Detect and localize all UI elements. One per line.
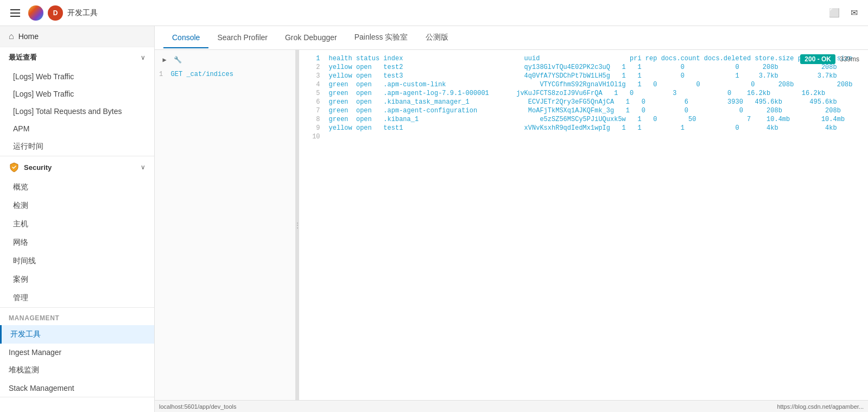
management-section: Management 开发工具 Ingest Manager 堆栈监测 Stac… bbox=[0, 308, 154, 397]
sidebar: ⌂ Home 最近查看 ∨ [Logs] Web Traffic [Logs] … bbox=[0, 26, 155, 412]
current-url: localhost:5601/app/dev_tools bbox=[159, 403, 237, 410]
sidebar-item-stack-management[interactable]: Stack Management bbox=[0, 379, 154, 397]
security-section: Security ∨ 概览 检测 主机 网络 时间线 案例 管理 bbox=[0, 156, 154, 308]
table-row: 8 green open .kibana_1 e5zSZ56MSCy5PJiUQ… bbox=[308, 115, 859, 124]
topbar: D 开发工具 ⬜ ✉ bbox=[0, 0, 868, 26]
sidebar-item-detection[interactable]: 检测 bbox=[0, 197, 154, 215]
editor-content[interactable]: 1 GET _cat/indices bbox=[159, 69, 291, 80]
sidebar-home[interactable]: ⌂ Home bbox=[0, 26, 154, 47]
hamburger-icon bbox=[10, 9, 20, 17]
output-line-content: green open .apm-custom-link VTYCGfhmS92R… bbox=[325, 80, 859, 89]
table-row: 4 green open .apm-custom-link VTYCGfhmS9… bbox=[308, 80, 859, 89]
security-section-title: Security bbox=[24, 163, 52, 172]
sidebar-item-logs-web-traffic-1[interactable]: [Logs] Web Traffic bbox=[0, 68, 154, 85]
dev-tools-tabs: Console Search Profiler Grok Debugger Pa… bbox=[155, 26, 868, 50]
kibana-logo bbox=[28, 5, 43, 21]
tab-grok-debugger[interactable]: Grok Debugger bbox=[276, 28, 346, 48]
recent-section: 最近查看 ∨ [Logs] Web Traffic [Logs] Web Tra… bbox=[0, 47, 154, 156]
table-row: 7 green open .apm-agent-configuration Mo… bbox=[308, 106, 859, 115]
line-num: 1 bbox=[308, 54, 325, 63]
tab-console[interactable]: Console bbox=[163, 28, 208, 48]
output-line-content: health status index uuid pri rep docs.co… bbox=[325, 54, 859, 63]
output-line-content: green open .apm-agent-log-7.9.1-000001 j… bbox=[325, 89, 859, 98]
sidebar-item-dev-tools[interactable]: 开发工具 bbox=[0, 325, 154, 344]
table-row: 10 bbox=[308, 132, 859, 141]
security-section-header[interactable]: Security ∨ bbox=[0, 156, 154, 178]
output-panel: 1 health status index uuid pri rep docs.… bbox=[299, 50, 868, 400]
sidebar-item-overview[interactable]: 概览 bbox=[0, 178, 154, 197]
output-line-content: green open .kibana_task_manager_1 ECVJET… bbox=[325, 98, 859, 106]
sidebar-item-administration[interactable]: 管理 bbox=[0, 289, 154, 307]
table-row: 1 health status index uuid pri rep docs.… bbox=[308, 54, 859, 63]
sidebar-item-apm[interactable]: APM bbox=[0, 120, 154, 137]
output-line-content: yellow open test3 4q0VfA7YSDChPt7bW1LH5g… bbox=[325, 72, 859, 80]
console-area: 200 - OK 339ms ▶ 🔧 1 GET _cat/indices bbox=[155, 50, 868, 400]
timing-badge: 339ms bbox=[840, 55, 859, 63]
table-row: 6 green open .kibana_task_manager_1 ECVJ… bbox=[308, 98, 859, 106]
topbar-right: ⬜ ✉ bbox=[827, 5, 861, 21]
output-line-content: green open .kibana_1 e5zSZ56MSCy5PJiUQux… bbox=[325, 115, 859, 124]
editor-toolbar: ▶ 🔧 bbox=[159, 54, 291, 65]
window-icon-button[interactable]: ⬜ bbox=[827, 5, 842, 21]
security-section-icon-group: Security bbox=[9, 162, 52, 173]
wrench-button[interactable]: 🔧 bbox=[172, 54, 183, 65]
editor-panel[interactable]: ▶ 🔧 1 GET _cat/indices bbox=[155, 50, 296, 400]
table-row: 5 green open .apm-agent-log-7.9.1-000001… bbox=[308, 89, 859, 98]
recent-section-title: 最近查看 bbox=[9, 53, 37, 62]
security-chevron-icon: ∨ bbox=[141, 163, 145, 171]
output-line-content: yellow open test1 xVNvKsxhR9qdIedMx1wpIg… bbox=[325, 124, 859, 132]
bottom-status-bar: localhost:5601/app/dev_tools https://blo… bbox=[155, 400, 868, 412]
status-overlay: 200 - OK 339ms bbox=[800, 54, 859, 64]
sidebar-item-network[interactable]: 网络 bbox=[0, 233, 154, 252]
tab-search-profiler[interactable]: Search Profiler bbox=[208, 28, 276, 48]
table-row: 2 yellow open test2 qy138GlvTQu4E02PK2c3… bbox=[308, 63, 859, 72]
recent-chevron-icon: ∨ bbox=[141, 54, 145, 61]
output-line-content: yellow open test2 qy138GlvTQu4E02PK2c3uQ… bbox=[325, 63, 859, 72]
sidebar-item-uptime[interactable]: 运行时间 bbox=[0, 137, 154, 156]
run-button[interactable]: ▶ bbox=[159, 54, 170, 65]
menu-toggle-button[interactable] bbox=[7, 4, 24, 22]
mail-icon-button[interactable]: ✉ bbox=[846, 5, 861, 21]
sidebar-item-stack-monitoring[interactable]: 堆栈监测 bbox=[0, 361, 154, 379]
output-table: 1 health status index uuid pri rep docs.… bbox=[308, 54, 859, 141]
user-avatar: D bbox=[48, 5, 63, 21]
status-badge: 200 - OK bbox=[800, 54, 835, 64]
home-icon: ⌂ bbox=[9, 31, 14, 41]
management-section-title: Management bbox=[0, 308, 154, 325]
tab-painless[interactable]: Painless 实验室 bbox=[346, 27, 417, 49]
table-row: 9 yellow open test1 xVNvKsxhR9qdIedMx1wp… bbox=[308, 124, 859, 132]
sidebar-item-logs-total-requests[interactable]: [Logs] Total Requests and Bytes bbox=[0, 103, 154, 120]
right-url: https://blog.csdn.net/agpamber... bbox=[777, 403, 864, 410]
sidebar-home-label: Home bbox=[18, 32, 39, 41]
content-area: Console Search Profiler Grok Debugger Pa… bbox=[155, 26, 868, 412]
sidebar-item-timeline[interactable]: 时间线 bbox=[0, 252, 154, 270]
table-row: 3 yellow open test3 4q0VfA7YSDChPt7bW1LH… bbox=[308, 72, 859, 80]
page-title: 开发工具 bbox=[67, 8, 822, 18]
sidebar-item-hosts[interactable]: 主机 bbox=[0, 215, 154, 233]
tab-beta[interactable]: 公测版 bbox=[417, 27, 457, 49]
sidebar-item-ingest-manager[interactable]: Ingest Manager bbox=[0, 344, 154, 361]
shield-icon bbox=[9, 162, 20, 173]
recent-section-header[interactable]: 最近查看 ∨ bbox=[0, 47, 154, 68]
output-line-content: green open .apm-agent-configuration MoAF… bbox=[325, 106, 859, 115]
main-layout: ⌂ Home 最近查看 ∨ [Logs] Web Traffic [Logs] … bbox=[0, 26, 868, 412]
sidebar-item-cases[interactable]: 案例 bbox=[0, 270, 154, 289]
sidebar-item-logs-web-traffic-2[interactable]: [Logs] Web Traffic bbox=[0, 85, 154, 103]
